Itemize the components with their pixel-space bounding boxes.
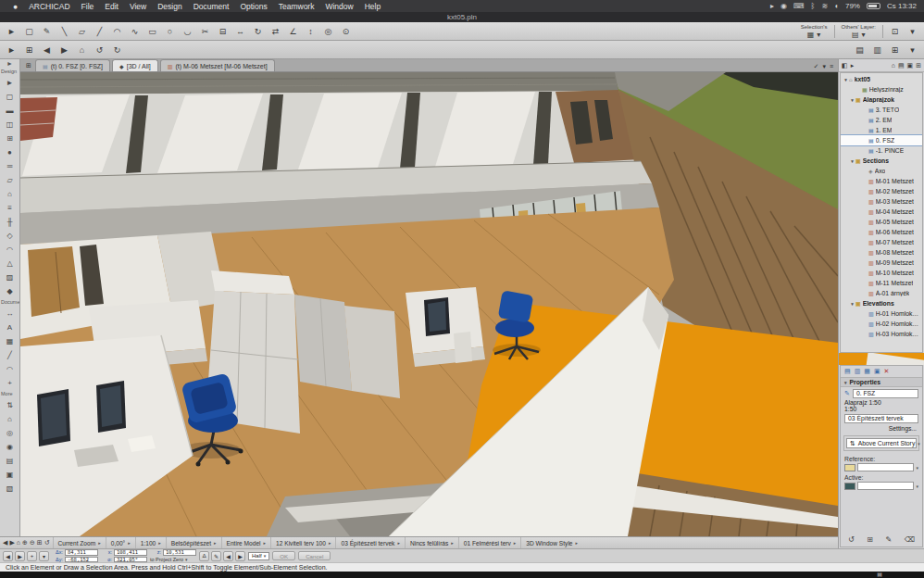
tree-item[interactable]: ▥ M-04 Metszet (841, 207, 922, 217)
toolbox-tool-button[interactable]: ⌂ (2, 412, 19, 426)
tracker-tool-button[interactable]: ∆ (199, 551, 209, 561)
toolbar-tool-button[interactable]: ◠ (108, 24, 126, 39)
toolbar-tool-button[interactable]: ▭ (144, 24, 161, 39)
menu-item[interactable]: Window (319, 2, 358, 11)
toolbox-tool-button[interactable]: ◎ (2, 426, 19, 440)
view-control-icon[interactable]: ▶ (9, 539, 14, 547)
tree-item[interactable]: ▾ ▣ Sections (841, 156, 922, 166)
quick-option-segment[interactable]: Current Zoom ▸ (53, 537, 106, 548)
toolbox-tool-button[interactable]: ◆ (2, 284, 19, 298)
toolbox-tool-button[interactable]: A (2, 320, 19, 334)
story-dropdown[interactable]: ⇅ Above Current Story ▾ (846, 438, 917, 448)
tree-item[interactable]: ▤ -1. PINCE (841, 145, 922, 156)
usage-icon[interactable]: ✕ (884, 368, 890, 375)
tree-item[interactable]: ▥ H-02 Homlokzat (841, 319, 922, 329)
coord-abs-input[interactable]: 108,411 (114, 549, 147, 556)
toolbar-tool-button[interactable]: ↔ (231, 24, 249, 39)
toolbox-tool-button[interactable]: ► (2, 76, 19, 90)
panel-action-icon[interactable]: ↺ (848, 535, 855, 544)
active-select[interactable] (857, 482, 914, 490)
tree-item[interactable]: ▥ M-02 Metszet (841, 186, 922, 196)
nav-toolbar-button[interactable]: ◀ (38, 43, 56, 57)
toolbox-tool-button[interactable]: ⌂ (2, 187, 19, 201)
tree-item[interactable]: ▥ H-01 Homlokzat (841, 308, 922, 319)
toolbar-tool-button[interactable]: ↕ (302, 24, 319, 39)
tracker-nav-button[interactable]: ◀ (3, 551, 13, 561)
view-control-icon[interactable]: ⌂ (17, 539, 20, 547)
toolbar-tool-button[interactable]: ▱ (73, 24, 91, 39)
tree-expand-icon[interactable]: ▾ (849, 301, 855, 307)
tree-item[interactable]: ▥ H-03 Homlokzat (841, 329, 922, 339)
tree-item[interactable]: ▾ ⌂ kxt05 (841, 74, 922, 84)
panel-toggle-button[interactable]: ▾ (904, 43, 921, 57)
toolbar-tool-button[interactable]: ∿ (126, 24, 144, 39)
navigator-header-icon[interactable]: ▸ (851, 62, 855, 69)
tree-item[interactable]: ▥ M-09 Metszet (841, 258, 922, 268)
ok-button[interactable]: OK (272, 551, 295, 560)
nav-toolbar-button[interactable]: ⊞ (20, 43, 38, 57)
menu-item[interactable]: ARCHICAD (23, 2, 75, 11)
toolbar-tool-button[interactable]: ✂ (196, 24, 214, 39)
toolbox-tool-button[interactable]: ↔ (2, 307, 19, 320)
toolbox-tool-button[interactable]: ◉ (2, 440, 19, 454)
tree-expand-icon[interactable]: ▾ (849, 97, 855, 103)
toolbox-tool-button[interactable]: ╫ (2, 215, 19, 229)
toolbox-tool-button[interactable]: ▤ (2, 454, 19, 468)
layer-combination-field[interactable]: 03 Építészeti tervek (844, 414, 918, 423)
chevron-down-icon[interactable]: ▾ (185, 557, 188, 562)
coord-z-input[interactable]: 10,531 (163, 549, 196, 556)
layer-icon[interactable]: ▤ (852, 31, 859, 39)
tree-item[interactable]: ▤ 0. FSZ (841, 135, 922, 145)
tracker-nav-button[interactable]: ▾ (39, 551, 49, 561)
panel-action-icon[interactable]: ⊞ (867, 535, 873, 544)
toolbar-tool-button[interactable]: ╱ (91, 24, 108, 39)
navigator-map-icon[interactable]: ▣ (907, 62, 914, 69)
status-icon[interactable]: ⌨ (793, 2, 805, 10)
view-control-icon[interactable]: ⊞ (37, 539, 43, 547)
toolbox-tool-button[interactable]: ═ (2, 159, 19, 173)
toolbox-tool-button[interactable]: ≡ (2, 201, 19, 215)
selections-group[interactable]: Selection's ▦▾ (797, 22, 831, 40)
status-icon[interactable]: ▸ (770, 2, 774, 10)
tree-item[interactable]: ▥ Á-01 árnyék (841, 288, 922, 298)
view-tab[interactable]: ▥ (t) M-06 Metszet [M-06 Metszet] (160, 59, 275, 71)
toolbox-tool-button[interactable]: ▦ (2, 334, 19, 348)
tree-item[interactable]: ▥ M-11 Metszet (841, 278, 922, 288)
project-zero-label[interactable]: to Project Zero (150, 557, 183, 562)
toolbox-tool-button[interactable]: ⊞ (2, 132, 19, 145)
menu-item[interactable]: View (124, 2, 152, 11)
toolbox-tool-button[interactable]: ▧ (2, 482, 19, 496)
quick-option-segment[interactable]: 03 Építészeti tervek ▸ (335, 537, 404, 548)
nav-toolbar-button[interactable]: ↺ (91, 43, 108, 57)
tree-item[interactable]: ▥ M-10 Metszet (841, 268, 922, 278)
nav-toolbar-button[interactable]: ⌂ (73, 43, 91, 57)
toolbar-tool-button[interactable]: ▢ (20, 24, 38, 39)
quick-option-segment[interactable]: 01 Felmérési terv ▸ (458, 537, 520, 548)
toolbar-tool-button[interactable]: ⊟ (214, 24, 231, 39)
menu-item[interactable]: Document (188, 2, 235, 11)
panel-action-icon[interactable]: ⌫ (905, 535, 915, 544)
tracker-nav-button[interactable]: + (27, 551, 37, 561)
navigator-map-icon[interactable]: ⊞ (916, 62, 921, 69)
nav-toolbar-button[interactable]: ▶ (56, 43, 73, 57)
quick-option-segment[interactable]: 3D Window Style ▸ (520, 537, 582, 548)
selection-icon[interactable]: ▦ (807, 31, 815, 39)
status-icon[interactable]: ≋ (821, 2, 828, 10)
panel-toggle-button[interactable]: ▤ (851, 43, 868, 57)
tree-item[interactable]: ▥ M-07 Metszet (841, 237, 922, 247)
chevron-down-icon[interactable]: ▾ (916, 484, 918, 489)
quick-option-segment[interactable]: 1:100 ▸ (135, 537, 166, 548)
tree-item[interactable]: ▦ Helyszínrajz (841, 84, 922, 94)
menubar-clock[interactable]: Cs 13:32 (887, 2, 917, 10)
tree-item[interactable]: ◈ Axo (841, 166, 922, 176)
toolbox-tool-button[interactable]: ▢ (2, 90, 19, 104)
tree-item[interactable]: ▤ 3. TETŐ (841, 105, 922, 115)
toolbox-tool-button[interactable]: ◠ (2, 243, 19, 257)
view-control-icon[interactable]: ↺ (44, 539, 50, 547)
tabbar-right-icon[interactable]: ▾ (822, 63, 826, 70)
selection-icon[interactable]: ▾ (817, 31, 820, 39)
toolbox-tool-button[interactable]: + (2, 376, 19, 390)
navigator-header-icon[interactable]: ◧ (842, 62, 848, 69)
toolbox-tool-button[interactable]: ▱ (2, 173, 19, 187)
toolbox-tool-button[interactable]: △ (2, 257, 19, 270)
